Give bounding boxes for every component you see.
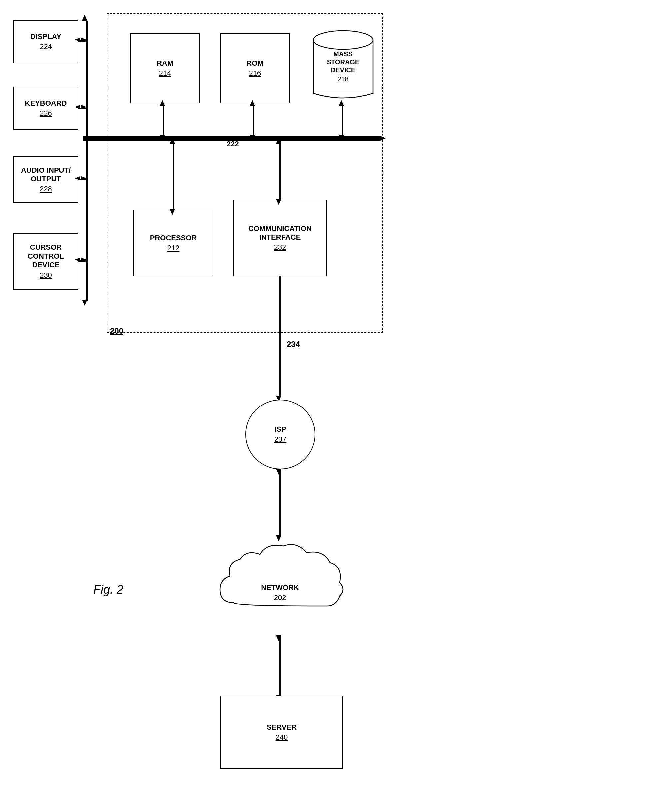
comm-interface-label: COMMUNICATION INTERFACE xyxy=(248,224,311,242)
mass-storage-label: MASS STORAGE DEVICE xyxy=(327,50,360,74)
server-box: SERVER 240 xyxy=(220,696,343,769)
vertical-line-arrow-top xyxy=(82,15,87,21)
ram-box: RAM 214 xyxy=(130,33,200,103)
processor-arrow-up xyxy=(170,138,175,144)
ram-arrow-up xyxy=(160,100,165,106)
display-arrow-right xyxy=(81,38,87,42)
connection-234-label: 234 xyxy=(287,340,300,349)
svg-point-1 xyxy=(313,31,373,49)
comm-arrow-up xyxy=(276,138,281,144)
network-to-server-arrow-top xyxy=(276,635,281,641)
cursor-control-box: CURSOR CONTROL DEVICE 230 xyxy=(13,233,78,290)
keyboard-box: KEYBOARD 226 xyxy=(13,87,78,130)
processor-bus-line xyxy=(173,141,174,210)
isp-label: ISP xyxy=(274,425,286,434)
audio-io-box: AUDIO INPUT/ OUTPUT 228 xyxy=(13,157,78,203)
comm-interface-num: 232 xyxy=(274,243,286,252)
comm-arrow-down xyxy=(276,199,281,205)
rom-label: ROM xyxy=(246,59,263,68)
mass-storage-num: 218 xyxy=(310,75,377,83)
server-label: SERVER xyxy=(267,723,296,732)
keyboard-label: KEYBOARD xyxy=(25,99,67,108)
audio-io-label: AUDIO INPUT/ OUTPUT xyxy=(21,166,70,184)
keyboard-arrow-left xyxy=(75,105,80,109)
keyboard-num: 226 xyxy=(39,109,52,118)
comm-to-isp-line xyxy=(279,276,280,396)
isp-num: 237 xyxy=(274,435,287,444)
audio-arrow-right xyxy=(81,176,87,180)
vertical-line-arrow-bottom xyxy=(82,300,87,306)
mass-storage-arrow-down xyxy=(339,135,344,141)
mass-storage-box: MASS STORAGE DEVICE 218 xyxy=(310,23,377,103)
audio-io-num: 228 xyxy=(39,185,52,193)
rom-arrow-up xyxy=(249,100,255,106)
rom-num: 216 xyxy=(249,69,261,78)
diagram: DISPLAY 224 KEYBOARD 226 AUDIO INPUT/ OU… xyxy=(0,0,665,812)
rom-box: ROM 216 xyxy=(220,33,290,103)
ram-label: RAM xyxy=(157,59,173,68)
processor-arrow-down xyxy=(170,209,175,215)
audio-arrow-left xyxy=(75,176,80,180)
network-to-server-line xyxy=(279,636,280,696)
network-cloud: NETWORK 202 xyxy=(213,536,347,636)
processor-num: 212 xyxy=(167,244,180,252)
display-label: DISPLAY xyxy=(30,32,61,41)
server-num: 240 xyxy=(275,733,288,742)
display-box: DISPLAY 224 xyxy=(13,20,78,63)
comm-bus-line xyxy=(279,141,280,200)
mass-storage-bus-line xyxy=(342,103,344,136)
mass-storage-arrow-up xyxy=(339,100,344,106)
display-arrow-left xyxy=(75,38,80,42)
network-num: 202 xyxy=(274,593,286,602)
comm-interface-box: COMMUNICATION INTERFACE 232 xyxy=(233,200,326,276)
cursor-control-label: CURSOR CONTROL DEVICE xyxy=(28,243,64,270)
bus-label: 222 xyxy=(226,140,239,149)
rom-bus-line xyxy=(253,103,254,136)
bus-arrow-right xyxy=(380,136,386,141)
processor-box: PROCESSOR 212 xyxy=(133,210,213,276)
cursor-arrow-right xyxy=(81,258,87,262)
cursor-control-num: 230 xyxy=(39,271,52,279)
isp-to-network-arrow-top xyxy=(276,469,281,475)
network-label: NETWORK xyxy=(261,583,299,592)
fig-label: Fig. 2 xyxy=(93,583,123,596)
cursor-arrow-left xyxy=(75,258,80,262)
display-num: 224 xyxy=(39,42,52,51)
isp-circle: ISP 237 xyxy=(245,400,315,469)
ram-arrow-down xyxy=(160,135,165,141)
processor-label: PROCESSOR xyxy=(150,234,197,242)
computer-box-num: 200 xyxy=(110,326,123,336)
ram-bus-line xyxy=(163,103,164,136)
keyboard-arrow-right xyxy=(81,105,87,109)
ram-num: 214 xyxy=(159,69,171,78)
isp-to-network-line xyxy=(279,469,280,536)
rom-arrow-down xyxy=(249,135,255,141)
